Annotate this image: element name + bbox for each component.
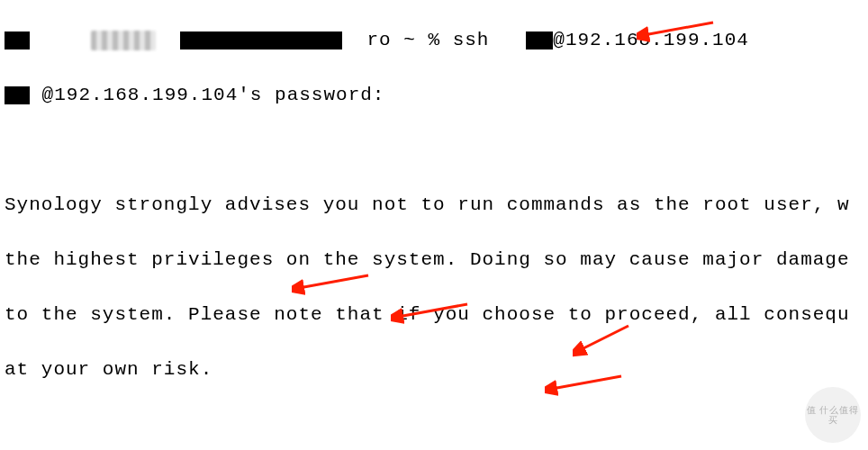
- blank-line: [5, 137, 863, 164]
- redacted-block: [526, 32, 553, 50]
- password-prompt-text: @192.168.199.104's password:: [42, 85, 385, 105]
- redacted-block: [5, 86, 30, 104]
- terminal-output[interactable]: ro ~ % ssh @192.168.199.104 @192.168.199…: [0, 0, 868, 450]
- warning-line: to the system. Please note that if you c…: [5, 302, 863, 328]
- watermark-badge: 值 什么值得买: [805, 387, 861, 443]
- ssh-target: @192.168.199.104: [553, 30, 749, 50]
- redacted-block: [180, 32, 342, 50]
- line-password-prompt: @192.168.199.104's password:: [5, 82, 863, 109]
- warning-line: the highest privileges on the system. Do…: [5, 247, 863, 274]
- blurred-hostname: [91, 31, 156, 50]
- prompt-text: ro ~ % ssh: [366, 30, 502, 50]
- warning-line: at your own risk.: [5, 356, 863, 383]
- warning-line: Synology strongly advises you not to run…: [5, 192, 863, 219]
- blank-line: [5, 411, 863, 438]
- line-ssh-login: ro ~ % ssh @192.168.199.104: [5, 27, 863, 54]
- redacted-block: [5, 32, 30, 50]
